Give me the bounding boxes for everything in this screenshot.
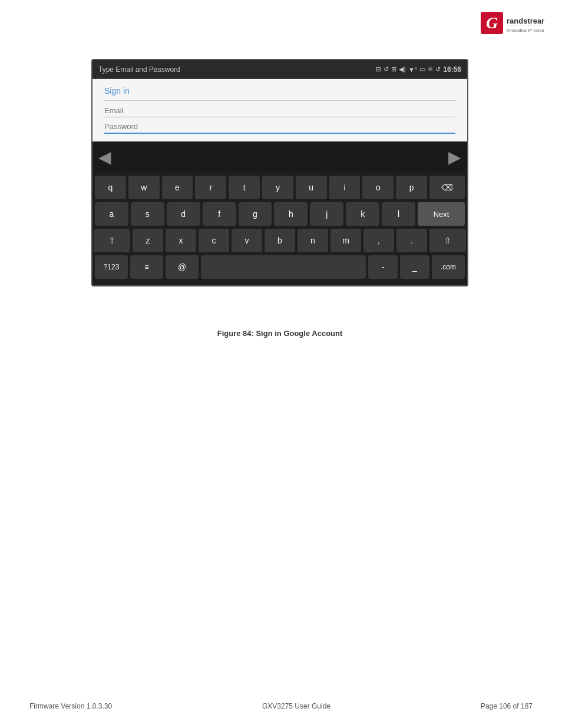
keyboard-row-2: a s d f g h j k l Next [95, 202, 465, 226]
key-comma[interactable]: , [363, 229, 394, 252]
keyboard-row-3: ⇧ z x c v b n m , . ⇧ [95, 229, 465, 252]
key-r[interactable]: r [195, 176, 226, 199]
key-z[interactable]: z [133, 229, 163, 252]
key-e[interactable]: e [162, 176, 193, 199]
symbols-key[interactable]: ≡ [130, 255, 163, 279]
status-icon-grid: ⊞ [391, 65, 396, 73]
at-key[interactable]: @ [166, 255, 199, 279]
shift-right-key[interactable]: ⇧ [429, 229, 466, 252]
nav-arrows: ◀ ▶ [92, 141, 467, 172]
key-b[interactable]: b [265, 229, 295, 252]
key-w[interactable]: w [128, 176, 160, 199]
key-m[interactable]: m [330, 229, 361, 252]
footer: Firmware Version 1.0.3.30 GXV3275 User G… [0, 702, 562, 710]
key-v[interactable]: v [232, 229, 262, 252]
status-bar: Type Email and Password ⊟ ↺ ⊞ ◀) ▼° ▭ ※ … [92, 60, 467, 79]
key-t[interactable]: t [229, 176, 260, 199]
email-field[interactable] [104, 104, 455, 117]
keyboard-row-1: q w e r t y u i o p ⌫ [95, 176, 465, 199]
key-period[interactable]: . [396, 229, 427, 252]
dotcom-key[interactable]: .com [432, 255, 465, 279]
key-k[interactable]: k [346, 202, 379, 226]
next-button[interactable]: Next [418, 202, 465, 226]
key-u[interactable]: u [296, 176, 327, 199]
signin-area: Sign in [92, 79, 467, 141]
status-icon-battery: ▭ [419, 65, 425, 73]
key-s[interactable]: s [131, 202, 164, 226]
space-key[interactable] [201, 255, 366, 279]
signin-title: Sign in [104, 86, 455, 95]
key-y[interactable]: y [262, 176, 293, 199]
status-icons: ⊟ ↺ ⊞ ◀) ▼° ▭ ※ ↺ 16:56 [376, 65, 461, 74]
svg-text:G: G [486, 14, 498, 32]
device-screenshot: Type Email and Password ⊟ ↺ ⊞ ◀) ▼° ▭ ※ … [91, 59, 468, 286]
keyboard-row-4: ?123 ≡ @ - _ .com [95, 255, 465, 279]
status-time: 16:56 [443, 65, 461, 74]
backspace-key[interactable]: ⌫ [429, 176, 465, 199]
key-i[interactable]: i [329, 176, 361, 199]
key-n[interactable]: n [297, 229, 328, 252]
key-d[interactable]: d [167, 202, 200, 226]
underscore-key[interactable]: _ [400, 255, 429, 279]
key-p[interactable]: p [396, 176, 427, 199]
key-l[interactable]: l [382, 202, 415, 226]
status-icon-bluetooth: ※ [428, 65, 433, 73]
figure-caption: Figure 84: Sign in Google Account [91, 329, 468, 338]
key-c[interactable]: c [199, 229, 229, 252]
back-arrow[interactable]: ◀ [98, 147, 111, 167]
footer-product: GXV3275 User Guide [262, 702, 330, 710]
key-a[interactable]: a [95, 202, 128, 226]
signin-divider [104, 100, 455, 101]
dash-key[interactable]: - [368, 255, 398, 279]
key-f[interactable]: f [203, 202, 236, 226]
keyboard: q w e r t y u i o p ⌫ a s d f g h j k l … [92, 172, 467, 285]
key-j[interactable]: j [310, 202, 343, 226]
status-icon-rotate: ↺ [384, 65, 389, 73]
forward-arrow[interactable]: ▶ [448, 147, 461, 167]
status-icon-volume: ◀) [399, 65, 406, 73]
key-h[interactable]: h [274, 202, 308, 226]
status-icon-signal: ▼° [408, 66, 417, 73]
shift-left-key[interactable]: ⇧ [94, 229, 130, 252]
key-q[interactable]: q [95, 176, 126, 199]
status-icon-sync: ↺ [435, 65, 441, 73]
key-x[interactable]: x [166, 229, 196, 252]
footer-page: Page 106 of 187 [481, 702, 533, 710]
footer-firmware: Firmware Version 1.0.3.30 [29, 702, 112, 710]
numbers-key[interactable]: ?123 [95, 255, 128, 279]
password-field[interactable] [104, 120, 455, 134]
status-icon-screen: ⊟ [376, 65, 381, 73]
svg-text:Innovative IP Voice & Video: Innovative IP Voice & Video [507, 28, 544, 33]
svg-text:randstream: randstream [507, 17, 544, 25]
grandstream-logo: G randstream Innovative IP Voice & Video [480, 11, 544, 43]
key-o[interactable]: o [362, 176, 394, 199]
status-bar-title: Type Email and Password [98, 65, 180, 74]
key-g[interactable]: g [239, 202, 272, 226]
